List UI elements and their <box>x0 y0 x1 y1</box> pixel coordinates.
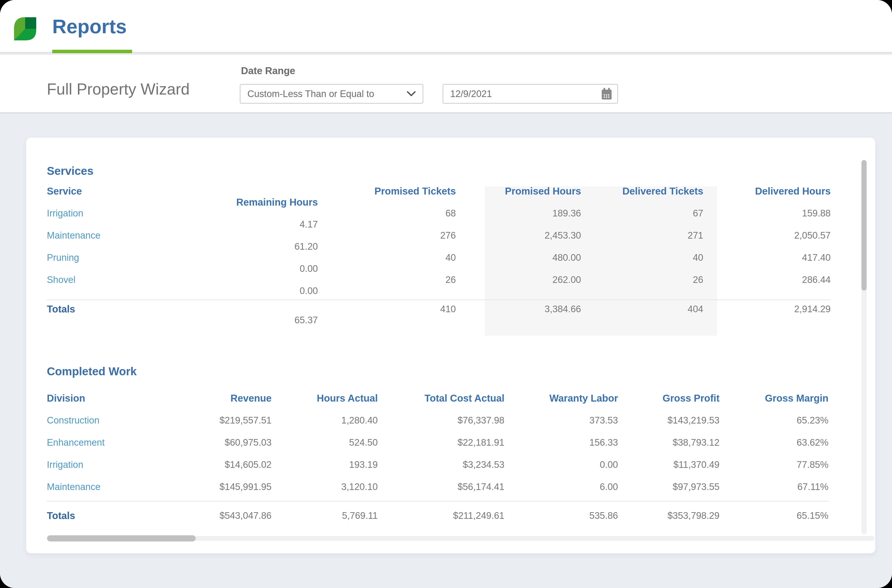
app-header: Reports <box>0 0 892 53</box>
calendar-icon <box>602 88 612 100</box>
service-link[interactable]: Maintenance <box>47 230 318 241</box>
column-header: Delivered Hours <box>703 186 830 197</box>
cell: $3,234.53 <box>378 459 504 470</box>
cell: $211,249.61 <box>378 510 504 521</box>
cell: 524.50 <box>272 437 378 448</box>
cell: 193.19 <box>272 459 378 470</box>
cell: 6.00 <box>504 482 618 492</box>
cell: $14,605.02 <box>185 459 272 470</box>
cell: 0.00 <box>47 264 318 274</box>
cell: 67.11% <box>719 482 829 492</box>
column-header: Service <box>47 186 318 197</box>
cell: 0.00 <box>504 459 618 470</box>
report-title: Full Property Wizard <box>47 80 190 99</box>
table-row: Shovel 26 262.00 26 286.44 0.00 <box>47 274 830 297</box>
cell: 276 <box>318 230 456 241</box>
cell: 3,384.66 <box>456 304 581 314</box>
totals-label: Totals <box>47 304 318 315</box>
cell: 5,769.11 <box>272 510 378 521</box>
leaf-logo-icon <box>14 17 36 40</box>
horizontal-scrollbar-thumb[interactable] <box>47 535 196 542</box>
services-totals-row: Totals 410 3,384.66 404 2,914.29 65.37 <box>47 303 830 326</box>
services-section-heading: Services <box>47 164 93 177</box>
report-toolbar: Full Property Wizard Date Range Custom-L… <box>0 55 892 114</box>
report-card: Services Service Promised Tickets Promis… <box>26 138 875 553</box>
cell: $60,975.03 <box>185 437 272 448</box>
cell: 271 <box>581 230 703 241</box>
comparison-dropdown-value: Custom-Less Than or Equal to <box>247 88 374 99</box>
totals-label: Totals <box>47 510 185 521</box>
service-link[interactable]: Pruning <box>47 252 318 263</box>
reports-page: Reports Full Property Wizard Date Range … <box>0 0 892 588</box>
cell: 40 <box>581 252 703 263</box>
cell: 26 <box>318 274 456 285</box>
date-input[interactable]: 12/9/2021 <box>442 84 618 104</box>
cell: $22,181.91 <box>378 437 504 448</box>
table-row: Maintenance $145,991.95 3,120.10 $56,174… <box>47 476 829 498</box>
cell: $38,793.12 <box>618 437 719 448</box>
column-header: Delivered Tickets <box>581 186 703 197</box>
division-link[interactable]: Irrigation <box>47 459 185 470</box>
totals-divider <box>47 501 829 502</box>
service-link[interactable]: Shovel <box>47 274 318 285</box>
column-header: Division <box>47 393 185 404</box>
cell: 61.20 <box>47 241 318 252</box>
column-header: Gross Margin <box>719 393 829 404</box>
division-link[interactable]: Construction <box>47 415 185 426</box>
services-header-row: Service Promised Tickets Promised Hours … <box>47 186 830 208</box>
totals-divider <box>47 299 830 300</box>
cell: 1,280.40 <box>272 415 378 426</box>
cell: 2,453.30 <box>456 230 581 241</box>
column-header: Total Cost Actual <box>378 393 504 404</box>
chevron-down-icon <box>407 91 416 96</box>
cell: 40 <box>318 252 456 263</box>
table-row: Irrigation 68 189.36 67 159.88 4.17 <box>47 208 830 230</box>
completed-work-header-row: Division Revenue Hours Actual Total Cost… <box>47 387 829 409</box>
division-link[interactable]: Maintenance <box>47 482 185 492</box>
table-row: Maintenance 276 2,453.30 271 2,050.57 61… <box>47 230 830 252</box>
cell: $11,370.49 <box>618 459 719 470</box>
column-header: Revenue <box>185 393 272 404</box>
cell: 535.86 <box>504 510 618 521</box>
cell: 159.88 <box>703 208 830 219</box>
cell: 189.36 <box>456 208 581 219</box>
cell: 65.15% <box>719 510 829 521</box>
cell: 4.17 <box>47 219 318 230</box>
column-header: Hours Actual <box>272 393 378 404</box>
cell: $143,219.53 <box>618 415 719 426</box>
cell: 404 <box>581 304 703 314</box>
comparison-dropdown[interactable]: Custom-Less Than or Equal to <box>240 84 423 104</box>
column-header: Gross Profit <box>618 393 719 404</box>
cell: 286.44 <box>703 274 830 285</box>
horizontal-scrollbar-track[interactable] <box>47 536 874 541</box>
cell: 156.33 <box>504 437 618 448</box>
table-row: Irrigation $14,605.02 193.19 $3,234.53 0… <box>47 453 829 476</box>
service-link[interactable]: Irrigation <box>47 208 318 219</box>
vertical-scrollbar-thumb[interactable] <box>862 160 866 291</box>
cell: $76,337.98 <box>378 415 504 426</box>
date-range-label: Date Range <box>241 65 295 76</box>
cell: 410 <box>318 304 456 314</box>
date-input-value: 12/9/2021 <box>450 88 492 99</box>
cell: $543,047.86 <box>185 510 272 521</box>
cell: $145,991.95 <box>185 482 272 492</box>
completed-work-totals-row: Totals $543,047.86 5,769.11 $211,249.61 … <box>47 504 829 527</box>
cell: 2,914.29 <box>703 304 830 314</box>
cell: 63.62% <box>719 437 829 448</box>
cell: $353,798.29 <box>618 510 719 521</box>
table-row: Enhancement $60,975.03 524.50 $22,181.91… <box>47 431 829 453</box>
cell: $219,557.51 <box>185 415 272 426</box>
cell: 67 <box>581 208 703 219</box>
table-row: Construction $219,557.51 1,280.40 $76,33… <box>47 409 829 431</box>
cell: 373.53 <box>504 415 618 426</box>
table-row: Pruning 40 480.00 40 417.40 0.00 <box>47 252 830 274</box>
cell: 26 <box>581 274 703 285</box>
cell: 480.00 <box>456 252 581 263</box>
column-header: Promised Hours <box>456 186 581 197</box>
column-header: Remaining Hours <box>47 197 318 208</box>
cell: $97,973.55 <box>618 482 719 492</box>
division-link[interactable]: Enhancement <box>47 437 185 448</box>
page-title: Reports <box>52 14 127 39</box>
vertical-scrollbar-track[interactable] <box>862 160 866 534</box>
cell: 2,050.57 <box>703 230 830 241</box>
